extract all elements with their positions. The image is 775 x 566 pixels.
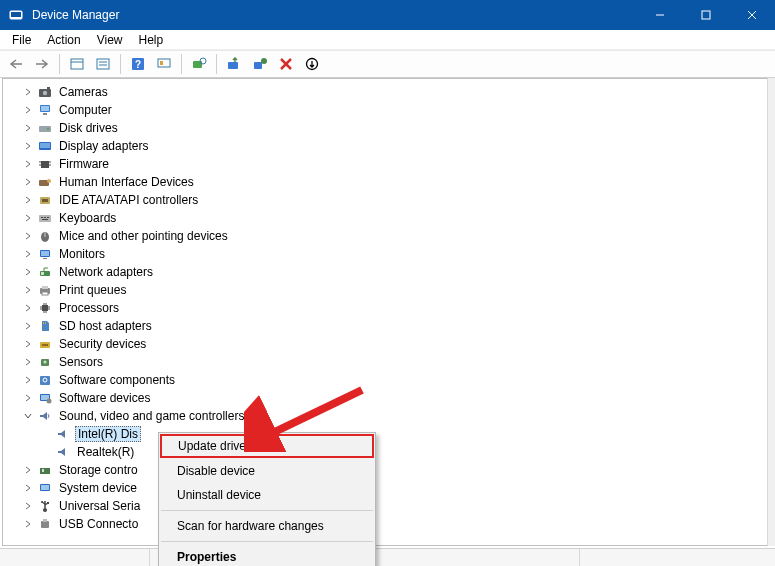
minimize-button[interactable] xyxy=(637,0,683,30)
menu-action[interactable]: Action xyxy=(39,31,88,49)
ctx-update-driver[interactable]: Update driver xyxy=(160,434,374,458)
chevron-right-icon[interactable] xyxy=(21,160,35,168)
update-driver-button[interactable] xyxy=(222,53,246,75)
chevron-right-icon[interactable] xyxy=(21,304,35,312)
tree-label: Realtek(R) xyxy=(75,445,136,459)
device-tree[interactable]: Cameras Computer Disk drives Display ada… xyxy=(3,79,772,537)
tree-node-security[interactable]: Security devices xyxy=(3,335,772,353)
tree-node-usb[interactable]: Universal Seria xyxy=(3,497,772,515)
enable-button[interactable] xyxy=(300,53,324,75)
ctx-scan-hardware[interactable]: Scan for hardware changes xyxy=(159,514,375,538)
svg-point-30 xyxy=(47,128,50,131)
tree-node-sd-host[interactable]: SD host adapters xyxy=(3,317,772,335)
separator xyxy=(161,541,373,542)
chevron-right-icon[interactable] xyxy=(21,484,35,492)
svg-rect-42 xyxy=(39,215,51,222)
speaker-icon xyxy=(55,426,71,442)
tree-node-monitors[interactable]: Monitors xyxy=(3,245,772,263)
chevron-right-icon[interactable] xyxy=(21,214,35,222)
chevron-right-icon[interactable] xyxy=(21,376,35,384)
chevron-right-icon[interactable] xyxy=(21,286,35,294)
chevron-right-icon[interactable] xyxy=(21,106,35,114)
svg-rect-46 xyxy=(42,219,48,220)
chevron-right-icon[interactable] xyxy=(21,394,35,402)
tree-node-hid[interactable]: Human Interface Devices xyxy=(3,173,772,191)
tree-node-print-queues[interactable]: Print queues xyxy=(3,281,772,299)
camera-icon xyxy=(37,84,53,100)
svg-rect-84 xyxy=(47,502,49,504)
forward-button[interactable] xyxy=(30,53,54,75)
tree-node-sound[interactable]: Sound, video and game controllers xyxy=(3,407,772,425)
menu-file[interactable]: File xyxy=(4,31,39,49)
chevron-right-icon[interactable] xyxy=(21,268,35,276)
menu-view[interactable]: View xyxy=(89,31,131,49)
tree-node-usb-connector[interactable]: USB Connecto xyxy=(3,515,772,533)
tree-node-ide[interactable]: IDE ATA/ATAPI controllers xyxy=(3,191,772,209)
tree-label: Display adapters xyxy=(57,139,150,153)
chevron-right-icon[interactable] xyxy=(21,250,35,258)
properties-button[interactable] xyxy=(91,53,115,75)
tree-node-software-devices[interactable]: Software devices xyxy=(3,389,772,407)
tree-node-software-components[interactable]: Software components xyxy=(3,371,772,389)
window-title: Device Manager xyxy=(32,8,637,22)
title-bar: Device Manager xyxy=(0,0,775,30)
chevron-right-icon[interactable] xyxy=(21,142,35,150)
sd-icon xyxy=(37,318,53,334)
tree-node-system-devices[interactable]: System device xyxy=(3,479,772,497)
close-button[interactable] xyxy=(729,0,775,30)
ctx-uninstall-device[interactable]: Uninstall device xyxy=(159,483,375,507)
svg-rect-51 xyxy=(43,258,47,259)
chevron-right-icon[interactable] xyxy=(21,466,35,474)
ide-icon xyxy=(37,192,53,208)
help-button[interactable]: ? xyxy=(126,53,150,75)
action-center-button[interactable] xyxy=(152,53,176,75)
chevron-right-icon[interactable] xyxy=(21,178,35,186)
tree-node-computer[interactable]: Computer xyxy=(3,101,772,119)
svg-text:?: ? xyxy=(135,59,141,70)
tree-node-sensors[interactable]: Sensors xyxy=(3,353,772,371)
chevron-right-icon[interactable] xyxy=(21,340,35,348)
chevron-right-icon[interactable] xyxy=(21,124,35,132)
ctx-properties[interactable]: Properties xyxy=(159,545,375,566)
toolbar: ? xyxy=(0,50,775,78)
svg-rect-50 xyxy=(41,251,49,256)
chevron-right-icon[interactable] xyxy=(21,88,35,96)
tree-node-storage[interactable]: Storage contro xyxy=(3,461,772,479)
svg-rect-72 xyxy=(40,376,50,385)
disable-button[interactable] xyxy=(274,53,298,75)
tree-node-processors[interactable]: Processors xyxy=(3,299,772,317)
status-bar xyxy=(0,548,775,566)
tree-node-realtek-audio[interactable]: Realtek(R) xyxy=(3,443,772,461)
tree-node-mice[interactable]: Mice and other pointing devices xyxy=(3,227,772,245)
svg-point-39 xyxy=(47,179,51,183)
chevron-right-icon[interactable] xyxy=(21,322,35,330)
chevron-right-icon[interactable] xyxy=(21,520,35,528)
tree-label: Software components xyxy=(57,373,177,387)
chevron-right-icon[interactable] xyxy=(21,358,35,366)
hid-icon xyxy=(37,174,53,190)
tree-label: Disk drives xyxy=(57,121,120,135)
tree-node-intel-audio[interactable]: Intel(R) Dis xyxy=(3,425,772,443)
tree-node-disk-drives[interactable]: Disk drives xyxy=(3,119,772,137)
tree-label: Software devices xyxy=(57,391,152,405)
ctx-disable-device[interactable]: Disable device xyxy=(159,459,375,483)
svg-point-81 xyxy=(43,508,47,512)
tree-node-display-adapters[interactable]: Display adapters xyxy=(3,137,772,155)
chevron-right-icon[interactable] xyxy=(21,232,35,240)
uninstall-button[interactable] xyxy=(248,53,272,75)
scrollbar[interactable] xyxy=(767,78,775,546)
chevron-right-icon[interactable] xyxy=(21,196,35,204)
tree-node-keyboards[interactable]: Keyboards xyxy=(3,209,772,227)
chevron-right-icon[interactable] xyxy=(21,502,35,510)
svg-rect-41 xyxy=(42,199,48,202)
chevron-down-icon[interactable] xyxy=(21,412,35,420)
show-hide-button[interactable] xyxy=(65,53,89,75)
maximize-button[interactable] xyxy=(683,0,729,30)
tree-node-network[interactable]: Network adapters xyxy=(3,263,772,281)
tree-label: Print queues xyxy=(57,283,128,297)
scan-button[interactable] xyxy=(187,53,211,75)
tree-node-cameras[interactable]: Cameras xyxy=(3,83,772,101)
menu-help[interactable]: Help xyxy=(131,31,172,49)
back-button[interactable] xyxy=(4,53,28,75)
tree-node-firmware[interactable]: Firmware xyxy=(3,155,772,173)
